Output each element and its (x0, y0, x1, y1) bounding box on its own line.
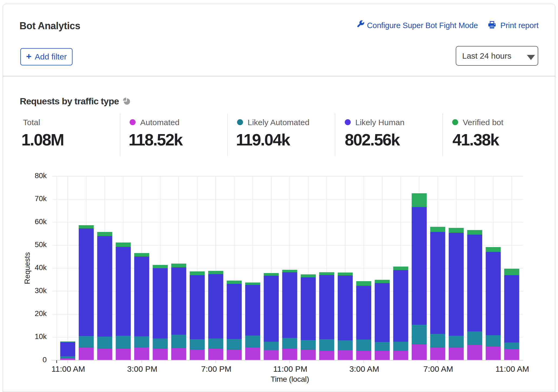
svg-text:20k: 20k (35, 309, 47, 318)
svg-text:11:00 PM: 11:00 PM (273, 364, 307, 373)
svg-text:11:00 AM: 11:00 AM (495, 364, 529, 373)
svg-text:3:00 PM: 3:00 PM (127, 364, 157, 373)
svg-text:0: 0 (42, 356, 47, 364)
svg-text:50k: 50k (35, 240, 47, 249)
svg-text:Time (local): Time (local) (271, 375, 309, 383)
svg-text:3:00 AM: 3:00 AM (349, 364, 379, 373)
svg-text:70k: 70k (35, 194, 47, 203)
svg-text:40k: 40k (35, 263, 47, 272)
svg-text:60k: 60k (35, 217, 47, 226)
svg-text:10k: 10k (35, 332, 47, 341)
svg-text:7:00 AM: 7:00 AM (423, 364, 453, 373)
svg-text:11:00 AM: 11:00 AM (51, 364, 85, 373)
svg-text:80k: 80k (35, 171, 47, 180)
svg-text:30k: 30k (35, 286, 47, 295)
svg-text:7:00 PM: 7:00 PM (201, 364, 231, 373)
svg-text:Requests: Requests (23, 252, 31, 284)
